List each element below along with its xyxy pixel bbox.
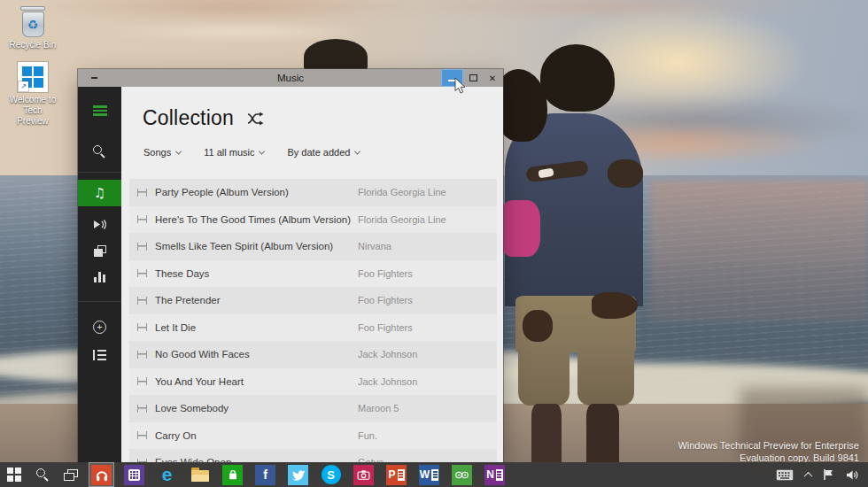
song-row[interactable]: Love SomebodyMaroon 5 <box>129 395 497 422</box>
song-artist: Nirvana <box>358 241 391 251</box>
song-artist: Foo Fighters <box>358 322 413 333</box>
song-title: Smells Like Teen Spirit (Album Version) <box>155 241 333 251</box>
taskbar-word-app[interactable]: W <box>417 463 441 486</box>
song-row[interactable]: Smells Like Teen Spirit (Album Version)N… <box>129 233 497 260</box>
menu-button[interactable] <box>78 97 121 124</box>
system-tray <box>776 462 859 487</box>
filter-label: By date added <box>287 147 350 158</box>
stream-icon <box>137 215 147 223</box>
maximize-button[interactable] <box>463 69 483 87</box>
radio-icon <box>92 218 107 231</box>
folder-icon <box>191 468 209 482</box>
recycle-bin-icon: ♻ <box>22 12 44 37</box>
song-title: No Good With Faces <box>155 349 250 359</box>
volume-button[interactable] <box>846 469 859 481</box>
taskbar-powerpoint-app[interactable]: P <box>384 463 408 486</box>
evaluation-watermark: Windows Technical Preview for Enterprise… <box>678 439 859 464</box>
song-title: Here's To The Good Times (Album Version) <box>155 214 351 225</box>
skype-icon: S <box>322 465 341 484</box>
new-playlist-button[interactable]: + <box>78 313 121 340</box>
chevron-down-icon <box>259 148 265 154</box>
task-view-icon <box>64 469 78 481</box>
touch-keyboard-button[interactable] <box>776 469 794 481</box>
windows-start-icon <box>7 468 21 482</box>
bar-chart-icon <box>94 272 105 282</box>
child-hand <box>608 159 643 188</box>
sidebar-explore-button[interactable] <box>78 237 121 264</box>
stream-icon <box>137 243 147 251</box>
sidebar-radio-button[interactable] <box>78 211 121 237</box>
filter-label: 11 all music <box>204 147 254 158</box>
stream-icon <box>137 269 147 277</box>
song-row[interactable]: Party People (Album Version)Florida Geor… <box>129 179 497 206</box>
song-row[interactable]: Carry OnFun. <box>129 422 497 450</box>
stream-icon <box>137 431 147 439</box>
speaker-icon <box>846 469 859 481</box>
song-row[interactable]: You And Your HeartJack Johnson <box>129 368 497 396</box>
show-hidden-icons-button[interactable] <box>805 472 811 478</box>
song-row[interactable]: No Good With FacesJack Johnson <box>129 341 497 368</box>
song-row[interactable]: Eyes Wide OpenGotye <box>129 449 497 462</box>
title-bar[interactable]: Music ✕ <box>78 69 503 87</box>
taskbar-search-button[interactable] <box>28 462 57 487</box>
taskbar-file-explorer[interactable] <box>188 463 212 486</box>
stream-icon <box>137 377 147 385</box>
filter-all-music[interactable]: 11 all music <box>204 147 264 158</box>
man-shorts-leg <box>518 347 570 406</box>
explore-icon <box>94 245 106 257</box>
shopping-bag-icon <box>222 465 243 485</box>
song-row[interactable]: The PretenderFoo Fighters <box>129 287 497 314</box>
welcome-tech-preview-desktop-icon[interactable]: ↗ Welcome to Tech Preview <box>7 62 58 127</box>
stream-icon <box>137 351 147 359</box>
song-title: These Days <box>155 268 209 279</box>
song-row[interactable]: Let It DieFoo Fighters <box>129 314 497 342</box>
sidebar-divider <box>78 172 121 173</box>
shortcut-arrow-icon: ↗ <box>19 81 28 91</box>
headphones-icon <box>91 465 112 485</box>
filter-sort[interactable]: By date added <box>287 147 360 158</box>
song-row[interactable]: These DaysFoo Fighters <box>129 260 497 288</box>
shuffle-icon[interactable] <box>247 112 264 125</box>
filter-songs[interactable]: Songs <box>143 147 181 158</box>
camera-icon <box>353 465 374 485</box>
stream-icon <box>137 297 147 305</box>
taskbar-camera-app[interactable] <box>352 463 376 486</box>
close-button[interactable]: ✕ <box>483 69 502 87</box>
word-icon: W <box>419 465 439 485</box>
chevron-up-icon <box>804 471 813 480</box>
song-title: Party People (Album Version) <box>155 187 289 197</box>
taskbar-store-app[interactable] <box>221 463 244 486</box>
song-artist: Florida Georgia Line <box>358 214 446 225</box>
taskbar-twitter-app[interactable] <box>286 463 310 486</box>
song-title: Let It Die <box>155 322 196 333</box>
sidebar-search-button[interactable] <box>78 138 121 165</box>
now-playing-button[interactable] <box>78 342 121 368</box>
child-feet <box>592 292 638 319</box>
facebook-icon: f <box>255 465 275 485</box>
taskbar-tripadvisor-app[interactable] <box>450 463 474 486</box>
sidebar-collection-button[interactable]: ♫ <box>78 180 121 206</box>
child-pink-clothes <box>500 200 540 257</box>
taskbar-purple-tile-app[interactable] <box>122 463 146 486</box>
sidebar-divider <box>78 301 121 302</box>
child-foot <box>523 310 553 342</box>
song-title: You And Your Heart <box>155 376 244 387</box>
song-row[interactable]: Here's To The Good Times (Album Version)… <box>129 206 497 234</box>
binoculars-icon <box>452 465 472 485</box>
taskbar-facebook-app[interactable]: f <box>253 463 277 486</box>
flag-icon <box>823 468 834 481</box>
task-view-button[interactable] <box>57 462 85 487</box>
action-center-button[interactable] <box>823 468 834 481</box>
stream-icon <box>137 323 147 331</box>
taskbar-music-app[interactable] <box>89 463 113 486</box>
chevron-down-icon <box>175 148 182 154</box>
taskbar-onenote-app[interactable]: N <box>483 463 507 486</box>
taskbar-internet-explorer[interactable]: e <box>155 463 179 486</box>
desktop-icon-label: Welcome to Tech Preview <box>7 95 58 127</box>
recycle-bin-desktop-icon[interactable]: ♻ Recycle Bin <box>7 6 58 50</box>
chevron-down-icon <box>354 148 360 154</box>
sidebar-insights-button[interactable] <box>78 264 121 290</box>
taskbar-skype-app[interactable]: S <box>319 463 343 486</box>
man-leg <box>586 404 619 462</box>
start-button[interactable] <box>0 462 28 487</box>
